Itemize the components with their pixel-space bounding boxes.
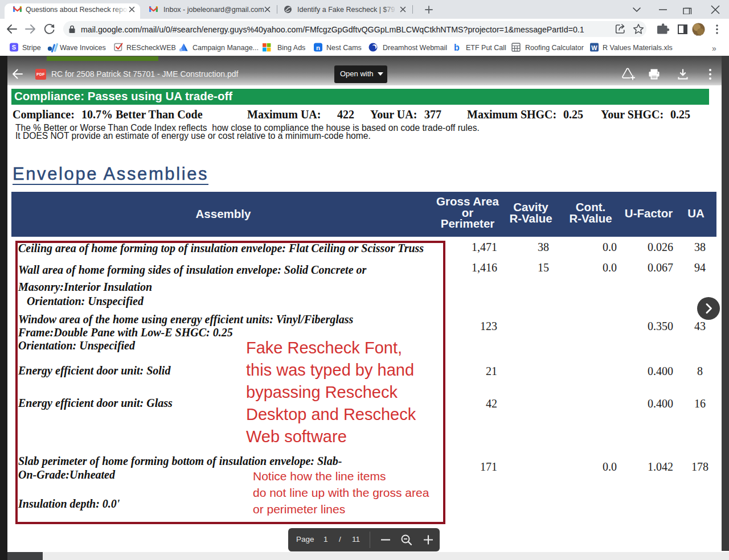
svg-text:b: b xyxy=(454,43,460,52)
svg-text:W: W xyxy=(591,44,597,51)
svg-text:S: S xyxy=(12,44,16,51)
svg-text:n: n xyxy=(316,44,320,51)
